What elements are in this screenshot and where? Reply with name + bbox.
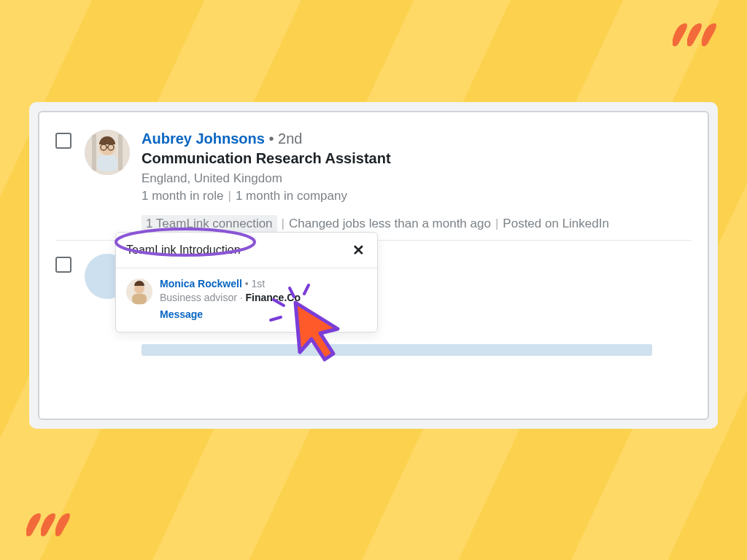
select-result-checkbox[interactable]: [55, 257, 71, 273]
teamlink-contact-name-link[interactable]: Monica Rockwell: [160, 278, 242, 289]
search-result-row: Aubrey Johnsons • 2nd Communication Rese…: [55, 112, 692, 231]
teamlink-popover: TeamLink Introduction ✕ Mo: [115, 232, 378, 332]
brand-logo-bottom-left: [20, 503, 79, 540]
search-result-row-placeholder: TeamLink Introduction ✕ Mo: [55, 241, 692, 356]
signals-bar: 1 TeamLink connection|Changed jobs less …: [142, 217, 692, 231]
signal-jobchange: Changed jobs less than a month ago: [289, 217, 491, 230]
profile-tenure: 1 month in role|1 month in company: [142, 189, 692, 203]
message-link[interactable]: Message: [160, 308, 203, 322]
signal-posted: Posted on LinkedIn: [503, 217, 609, 230]
results-panel: Aubrey Johnsons • 2nd Communication Rese…: [38, 111, 709, 420]
teamlink-contact-subtitle: Business advisor · Finance.Co: [160, 291, 301, 305]
select-result-checkbox[interactable]: [55, 133, 71, 149]
close-icon[interactable]: ✕: [349, 241, 367, 259]
result-info: Aubrey Johnsons • 2nd Communication Rese…: [142, 130, 692, 231]
popover-title: TeamLink Introduction: [126, 244, 241, 257]
svg-rect-2: [118, 134, 123, 171]
teamlink-contact-degree: • 1st: [242, 278, 265, 289]
teamlink-contact-avatar[interactable]: [126, 279, 152, 305]
svg-rect-7: [97, 155, 117, 171]
profile-avatar[interactable]: [85, 130, 130, 175]
connection-degree: • 2nd: [265, 131, 303, 147]
signal-teamlink[interactable]: 1 TeamLink connection: [142, 215, 277, 232]
brand-logo-top-right: [667, 13, 725, 50]
profile-name-link[interactable]: Aubrey Johnsons: [142, 131, 265, 147]
profile-title: Communication Research Assistant: [142, 150, 692, 167]
screenshot-frame: Aubrey Johnsons • 2nd Communication Rese…: [29, 102, 718, 429]
profile-location: England, United Kingdom: [142, 171, 692, 186]
svg-rect-1: [92, 134, 96, 171]
svg-rect-11: [132, 294, 147, 304]
